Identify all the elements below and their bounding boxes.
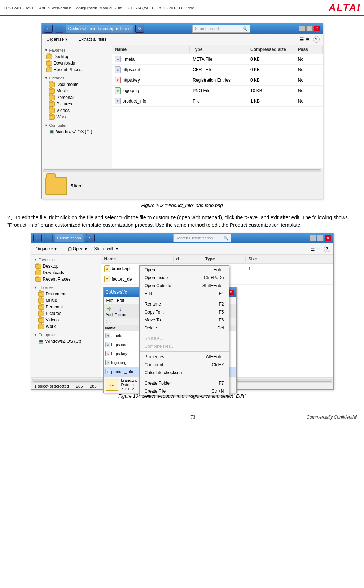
file-pass-cert: No — [295, 66, 323, 73]
sidebar-item-documents[interactable]: Documents — [42, 81, 112, 88]
organize-button[interactable]: Organize ▾ — [45, 36, 69, 43]
col-compressed-size[interactable]: Compressed size — [247, 46, 295, 53]
caption-figure103: Figure 103 “Product_info” and logo.png — [7, 203, 357, 208]
col-name-fig104[interactable]: Name — [101, 256, 174, 262]
ctx-rename[interactable]: Rename F2 — [140, 300, 229, 308]
sz-add-button[interactable]: ✛ Add — [106, 306, 113, 317]
open-button-fig104[interactable]: ▢ Open ▾ — [66, 246, 89, 252]
sidebar-item-downloads-fig104[interactable]: Downloads — [31, 269, 101, 276]
view-toggle-fig104[interactable]: ☰ — [310, 246, 315, 252]
help-button-fig104[interactable]: ? — [324, 246, 330, 252]
extract-button[interactable]: Extract all files — [77, 36, 108, 43]
minimize-button[interactable]: – — [299, 26, 305, 31]
maximize-button[interactable]: □ — [306, 26, 313, 31]
view-toggle[interactable]: ☰ — [299, 36, 304, 42]
col-modified-fig104[interactable]: d — [174, 256, 202, 262]
help-button[interactable]: ? — [313, 36, 320, 43]
col-pass[interactable]: Pass — [295, 46, 323, 53]
back-button-fig104[interactable]: ← — [33, 234, 42, 242]
libraries-header: ▼ Libraries — [42, 75, 112, 81]
sidebar-item-work-fig104[interactable]: Work — [31, 323, 101, 330]
sz-extract-button[interactable]: ⇣ Extrac — [115, 306, 126, 317]
maximize-button-fig104[interactable]: □ — [317, 235, 324, 241]
close-button[interactable]: ✕ — [314, 26, 320, 31]
sz-type-label: ZIP File — [121, 387, 137, 391]
ctx-create-folder[interactable]: Create Folder F7 — [140, 379, 229, 387]
file-row-product-info[interactable]: F product_info File 1 KB No — [112, 96, 323, 107]
file-size-cert: 0 KB — [247, 66, 295, 73]
file-name-cert: https.cert — [123, 67, 140, 72]
ctx-copyto[interactable]: Copy To... F5 — [140, 308, 229, 316]
sidebar-item-recentplaces-fig104[interactable]: Recent Places — [31, 276, 101, 282]
refresh-button[interactable]: ↻ — [135, 25, 144, 33]
sz-menu-edit[interactable]: Edit — [117, 298, 124, 303]
window-controls-fig104: – □ ✕ — [310, 235, 331, 241]
sidebar-item-desktop[interactable]: Desktop — [42, 53, 112, 60]
titlebar-address: Custimization ► brand.zip ► brand — [66, 25, 133, 33]
view-details[interactable]: ≡ — [306, 36, 309, 42]
scrollbar-h-fig103[interactable] — [42, 168, 323, 173]
back-button[interactable]: ← — [44, 25, 53, 33]
sidebar-item-videos-fig104[interactable]: Videos — [31, 317, 101, 323]
file-row-https-key[interactable]: K https.key Registration Entries 0 KB No — [112, 75, 323, 86]
sidebar-item-pictures[interactable]: Pictures — [42, 101, 112, 107]
col-type-fig104[interactable]: Type — [202, 256, 246, 262]
ctx-create-folder-label: Create Folder — [145, 381, 171, 386]
file-size-meta: 0 KB — [247, 56, 295, 62]
minimize-button-fig104[interactable]: – — [310, 235, 316, 241]
favorites-header: ▼ Favorites — [42, 47, 112, 53]
ctx-moveto[interactable]: Move To... F6 — [140, 316, 229, 324]
sidebar-item-personal-fig104[interactable]: Personal — [31, 304, 101, 310]
sidebar-item-documents-fig104[interactable]: Documents — [31, 291, 101, 297]
col-name[interactable]: Name — [112, 46, 190, 53]
sidebar-item-windowsos-fig104[interactable]: 💻 WindowsZ OS (C:) — [31, 338, 101, 345]
windowsos-label-fig104: WindowsZ OS (C:) — [45, 339, 82, 344]
file-row-https-cert[interactable]: C https.cert CERT File 0 KB No — [112, 65, 323, 75]
ctx-properties[interactable]: Properties Alt+Enter — [140, 353, 229, 361]
sidebar-item-music-fig104[interactable]: Music — [31, 297, 101, 304]
ctx-open-outside[interactable]: Open Outside Shift+Enter — [140, 282, 229, 290]
status-text: 5 items — [71, 183, 85, 189]
sidebar-item-videos[interactable]: Videos — [42, 107, 112, 114]
file-size-factory — [246, 278, 267, 280]
sz-menu-file[interactable]: File — [106, 298, 113, 303]
sidebar-item-windowsos[interactable]: 💻 WindowsZ OS (C:) — [42, 129, 112, 135]
file-row-meta[interactable]: M ..meta META File 0 KB No — [112, 54, 323, 65]
sidebar-item-downloads[interactable]: Downloads — [42, 60, 112, 66]
ctx-open-inside-label: Open Inside — [145, 275, 168, 280]
sz-name-cert: https.cert — [111, 342, 128, 347]
sidebar-item-recentplaces[interactable]: Recent Places — [42, 66, 112, 73]
downloads-label-fig104: Downloads — [43, 270, 64, 275]
sz-col-name[interactable]: Name — [104, 325, 143, 331]
file-row-logo-png[interactable]: P logo.png PNG File 10 KB No — [112, 86, 323, 96]
forward-button[interactable]: → — [55, 25, 63, 33]
ctx-open-inside[interactable]: Open Inside Ctrl+PgDn — [140, 274, 229, 282]
ctx-open[interactable]: Open Enter — [140, 266, 229, 274]
sidebar-item-music[interactable]: Music — [42, 88, 112, 94]
share-button-fig104[interactable]: Share with ▾ — [92, 246, 120, 252]
pictures-label: Pictures — [57, 101, 72, 107]
sidebar-item-work[interactable]: Work — [42, 114, 112, 120]
ctx-comment[interactable]: Comment... Ctrl+Z — [140, 361, 229, 369]
organize-button-fig104[interactable]: Organize ▾ — [34, 246, 58, 252]
file-icon-brandzip: Z — [104, 265, 110, 272]
ctx-checksum[interactable]: Calculate checksum — [140, 369, 229, 377]
search-box-fig104[interactable]: Search Custimization 🔍 — [173, 234, 231, 242]
col-type[interactable]: Type — [190, 46, 247, 53]
forward-button-fig104[interactable]: → — [44, 234, 53, 242]
sidebar-item-desktop-fig104[interactable]: Desktop — [31, 263, 101, 269]
work-label: Work — [57, 114, 67, 120]
col-size-fig104[interactable]: Size — [246, 256, 267, 262]
ctx-edit[interactable]: Edit F4 — [140, 290, 229, 298]
file-type-key: Registration Entries — [190, 77, 247, 83]
ctx-delete[interactable]: Delete Del — [140, 324, 229, 332]
sidebar-item-personal[interactable]: Personal — [42, 94, 112, 101]
refresh-button-fig104[interactable]: ↻ — [86, 234, 95, 242]
view-details-fig104[interactable]: ≡ — [317, 246, 320, 252]
close-button-fig104[interactable]: ✕ — [325, 235, 331, 241]
ctx-create-file[interactable]: Create File Ctrl+N — [140, 387, 229, 395]
sidebar-item-pictures-fig104[interactable]: Pictures — [31, 310, 101, 317]
status-size1: 285 — [76, 384, 83, 388]
search-box[interactable]: Search brand 🔍 — [192, 25, 250, 33]
ctx-copyto-shortcut: F5 — [219, 310, 224, 315]
